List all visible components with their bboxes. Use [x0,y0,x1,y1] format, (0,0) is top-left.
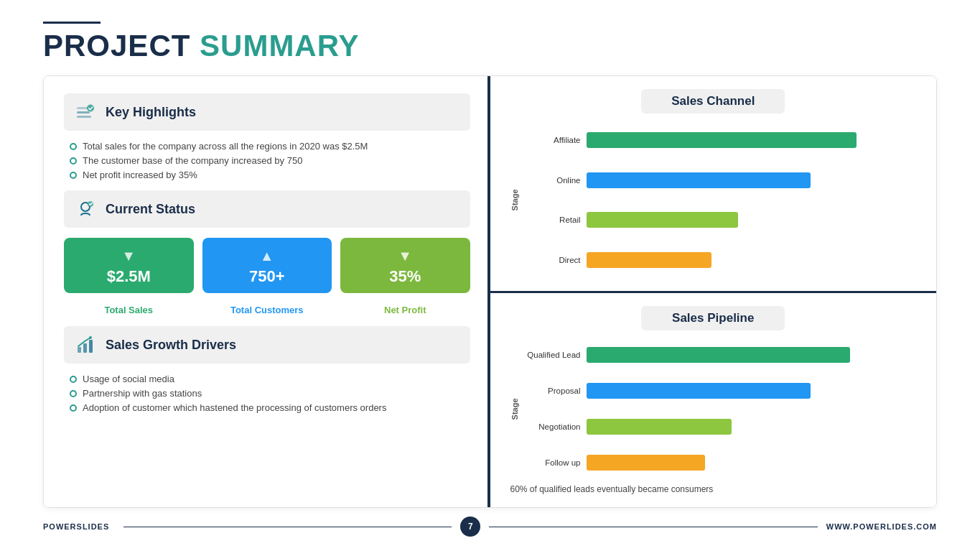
sales-growth-drivers-header: Sales Growth Drivers [64,326,470,364]
sales-channel-y-axis: Stage [510,122,519,277]
footer-line-left [123,527,452,527]
current-status-title: Current Status [106,202,195,217]
bar-label: Affiliate [523,136,581,144]
bar-label: Follow up [523,458,581,467]
bar-row-online: Online [523,172,917,188]
bar-fill [587,132,857,148]
title-summary: SUMMARY [200,29,359,62]
sales-channel-section: Sales Channel Stage Affiliate Online [490,76,937,292]
sales-pipeline-chart-area: Stage Qualified Lead Proposal [510,339,917,478]
footer: POWERSLIDES 7 WWW.POWERLIDES.COM [43,517,937,537]
bar-track [587,347,917,363]
kpi-value-profit: 35% [389,267,421,286]
sales-channel-title: Sales Channel [641,89,785,114]
bar-label: Proposal [523,386,581,395]
kpi-row: ▼ $2.5M ▲ 750+ ▼ 35% [64,238,470,293]
kpi-labels-row: Total Sales Total Customers Net Profit [64,303,470,316]
svg-point-9 [89,336,92,339]
pipeline-note: 60% of qualified leads eventually became… [510,484,917,494]
bar-track [587,132,917,148]
bullet-item: Partnership with gas stations [70,388,470,399]
bullet-item: The customer base of the company increas… [70,155,470,166]
key-highlights-header: Key Highlights [64,93,470,131]
current-status-header: Current Status [64,190,470,228]
kpi-label-profit: Net Profit [384,305,426,315]
bullet-circle [70,376,77,383]
bar-fill [587,383,811,399]
key-highlights-icon [73,99,98,125]
sales-pipeline-title: Sales Pipeline [641,306,785,330]
sales-channel-bars: Affiliate Online Retail [523,122,917,277]
svg-point-3 [87,105,94,112]
bar-row-followup: Follow up [523,455,917,471]
svg-rect-6 [78,347,81,353]
bar-fill [587,172,811,188]
bullet-circle [70,404,77,412]
bar-fill [587,419,732,435]
bar-row-direct: Direct [523,252,917,268]
header: PROJECT SUMMARY [43,22,937,62]
sales-pipeline-bars: Qualified Lead Proposal Ne [523,339,917,478]
bullet-circle [70,390,77,397]
kpi-value-customers: 750+ [249,267,285,286]
bullet-item: Adoption of customer which hastened the … [70,402,470,413]
bar-row-negotiation: Negotiation [523,419,917,435]
svg-rect-2 [77,116,91,118]
bar-fill [587,455,705,471]
header-rule [43,22,101,24]
left-panel: Key Highlights Total sales for the compa… [44,76,490,507]
sales-growth-drivers-title: Sales Growth Drivers [106,338,236,353]
footer-brand-left: POWERSLIDES [43,522,115,531]
bullet-item: Usage of social media [70,374,470,384]
bar-track [587,172,917,188]
key-highlights-title: Key Highlights [106,105,196,120]
kpi-arrow-sales: ▼ [121,248,136,264]
bar-label: Online [523,176,581,185]
kpi-arrow-profit: ▼ [398,248,412,264]
kpi-label-sales: Total Sales [104,305,153,315]
page-container: PROJECT SUMMARY Key Highlights [0,0,980,551]
footer-page-number: 7 [460,517,480,537]
kpi-value-sales: $2.5M [107,267,151,286]
bar-row-qualified-lead: Qualified Lead [523,347,917,363]
kpi-card-profit: ▼ 35% [340,238,470,293]
bar-label: Retail [523,216,581,224]
sales-pipeline-y-axis: Stage [510,339,519,478]
page-title: PROJECT SUMMARY [43,29,937,62]
bar-row-retail: Retail [523,212,917,228]
bar-fill [587,212,738,228]
bar-track [587,212,917,228]
bar-fill [587,252,712,268]
bar-row-affiliate: Affiliate [523,132,917,148]
bullet-item: Total sales for the company across all t… [70,141,470,152]
kpi-arrow-customers: ▲ [260,248,274,264]
bar-track [587,252,917,268]
main-content: Key Highlights Total sales for the compa… [43,75,937,508]
footer-line-right [489,527,817,527]
title-project: PROJECT [43,29,190,62]
sales-pipeline-section: Sales Pipeline Stage Qualified Lead Prop… [490,293,937,507]
bar-fill [587,347,851,363]
bullet-circle [70,172,77,179]
bar-label: Negotiation [523,422,581,431]
svg-rect-7 [83,343,87,353]
current-status-icon [73,196,98,222]
bullet-item: Net profit increased by 35% [70,170,470,180]
bar-track [587,419,917,435]
right-panel: Sales Channel Stage Affiliate Online [490,76,937,507]
kpi-card-sales: ▼ $2.5M [64,238,194,293]
bar-label: Direct [523,256,581,264]
sales-growth-drivers-bullets: Usage of social media Partnership with g… [64,374,470,413]
kpi-label-customers: Total Customers [230,305,304,315]
bullet-circle [70,157,77,165]
svg-rect-8 [89,340,93,353]
sales-growth-drivers-icon [73,332,98,358]
footer-brand-right: WWW.POWERLIDES.COM [826,522,937,531]
kpi-card-customers: ▲ 750+ [202,238,332,293]
bar-track [587,455,917,471]
bar-track [587,383,917,399]
svg-point-5 [88,201,93,207]
key-highlights-bullets: Total sales for the company across all t… [64,141,470,180]
bar-label: Qualified Lead [523,351,581,359]
bar-row-proposal: Proposal [523,383,917,399]
